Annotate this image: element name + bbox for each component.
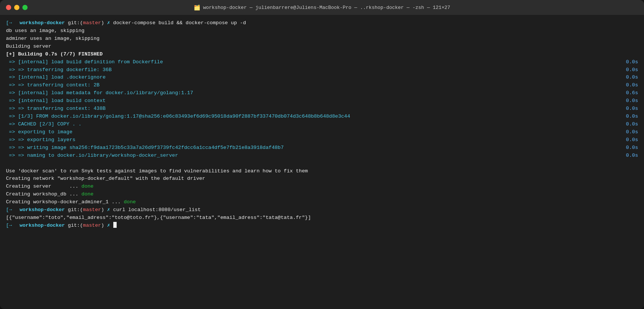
terminal-line: Creating server ... done xyxy=(6,183,638,191)
build-step-line: => [internal] load metadata for docker.i… xyxy=(6,89,638,97)
build-step-content: => => writing image sha256:f9daa1723b5c3… xyxy=(6,144,284,152)
terminal-line: adminer uses an image, skipping xyxy=(6,35,638,43)
maximize-button[interactable] xyxy=(22,5,28,10)
prompt-branch: master xyxy=(83,19,101,27)
folder-icon: 🗂️ xyxy=(194,4,200,11)
build-step-content: => => transferring context: 438B xyxy=(6,105,105,113)
window-title: 🗂️ workshop-docker — julienbarrere@Julie… xyxy=(194,4,450,11)
done-text: done xyxy=(82,191,94,198)
build-step-content: => => transferring dockerfile: 36B xyxy=(6,66,112,74)
build-step-content: => [internal] load build context xyxy=(6,97,105,105)
build-step-content: => [internal] load build definition from… xyxy=(6,58,163,66)
terminal-line: [→ workshop-docker git:(master) ✗ curl l… xyxy=(6,206,638,214)
build-step-content: => CACHED [2/3] COPY . . xyxy=(6,121,82,128)
empty-line xyxy=(6,160,638,168)
build-step-content: => exporting to image xyxy=(6,128,72,136)
build-step-line: => => writing image sha256:f9daa1723b5c3… xyxy=(6,144,638,152)
terminal-body[interactable]: [→ workshop-docker git:(master) ✗ docker… xyxy=(0,15,644,309)
prompt-dir: workshop-docker xyxy=(19,206,65,214)
terminal-line: Creating network "workshop-docker_defaul… xyxy=(6,175,638,183)
build-step-line: => [1/3] FROM docker.io/library/golang:1… xyxy=(6,113,638,121)
done-text: done xyxy=(82,183,94,191)
build-step-time: 0.0s xyxy=(626,144,638,152)
build-step-time: 0.0s xyxy=(626,66,638,74)
build-step-time: 0.0s xyxy=(626,113,638,121)
prompt-arrow: [→ xyxy=(6,19,18,27)
build-step-content: => [1/3] FROM docker.io/library/golang:1… xyxy=(6,113,350,121)
build-step-line: => [internal] load .dockerignore0.0s xyxy=(6,74,638,82)
terminal-prompt-end: [→ workshop-docker git:(master) ✗ xyxy=(6,222,638,230)
build-step-line: => [internal] load build definition from… xyxy=(6,58,638,66)
build-step-line: => => transferring context: 438B0.0s xyxy=(6,105,638,113)
cursor xyxy=(113,222,117,228)
build-step-line: => => naming to docker.io/library/worksh… xyxy=(6,152,638,160)
title-bar: 🗂️ workshop-docker — julienbarrere@Julie… xyxy=(0,0,644,15)
build-step-line: => [internal] load build context0.0s xyxy=(6,97,638,105)
build-step-time: 0.0s xyxy=(626,74,638,82)
build-step-line: => CACHED [2/3] COPY . .0.0s xyxy=(6,121,638,128)
build-step-line: => exporting to image0.0s xyxy=(6,128,638,136)
build-step-time: 0.0s xyxy=(626,136,638,144)
build-step-time: 0.0s xyxy=(626,58,638,66)
traffic-lights[interactable] xyxy=(6,5,28,10)
build-step-time: 0.0s xyxy=(626,152,638,160)
build-step-line: => => transferring context: 2B0.0s xyxy=(6,82,638,89)
build-step-time: 0.0s xyxy=(626,128,638,136)
prompt-dir: workshop-docker xyxy=(19,19,65,27)
terminal-line: db uses an image, skipping xyxy=(6,27,638,35)
build-step-content: => => naming to docker.io/library/worksh… xyxy=(6,152,178,160)
prompt-git: git:( xyxy=(65,206,83,214)
terminal-line: Creating workshop-docker_adminer_1 ... d… xyxy=(6,198,638,206)
terminal-line: [→ workshop-docker git:(master) ✗ docker… xyxy=(6,19,638,27)
terminal-window: 🗂️ workshop-docker — julienbarrere@Julie… xyxy=(0,0,644,309)
prompt-branch: master xyxy=(83,206,101,214)
terminal-line: Building server xyxy=(6,43,638,51)
build-step-time: 0.0s xyxy=(626,121,638,128)
build-step-line: => => exporting layers0.0s xyxy=(6,136,638,144)
build-step-time: 0.6s xyxy=(626,89,638,97)
prompt-arrow: [→ xyxy=(6,206,18,214)
build-step-content: => [internal] load metadata for docker.i… xyxy=(6,89,193,97)
build-step-content: => => exporting layers xyxy=(6,136,75,144)
build-step-time: 0.0s xyxy=(626,97,638,105)
terminal-line: Use 'docker scan' to run Snyk tests agai… xyxy=(6,168,638,175)
terminal-line: Creating workshop_db ... done xyxy=(6,191,638,198)
terminal-line: [+] Building 0.7s (7/7) FINISHED xyxy=(6,51,638,58)
done-text: done xyxy=(124,198,136,206)
minimize-button[interactable] xyxy=(14,5,19,10)
prompt-git: git:( xyxy=(65,19,83,27)
build-step-time: 0.0s xyxy=(626,105,638,113)
command-text: docker-compose build && docker-compose u… xyxy=(113,19,246,27)
terminal-line: [{"username":"toto","email_adress":"toto… xyxy=(6,214,638,222)
build-step-time: 0.0s xyxy=(626,82,638,89)
build-step-content: => => transferring context: 2B xyxy=(6,82,100,89)
build-step-content: => [internal] load .dockerignore xyxy=(6,74,105,82)
build-step-line: => => transferring dockerfile: 36B0.0s xyxy=(6,66,638,74)
close-button[interactable] xyxy=(6,5,11,10)
command-text: curl localhost:8080/user_list xyxy=(113,206,201,214)
